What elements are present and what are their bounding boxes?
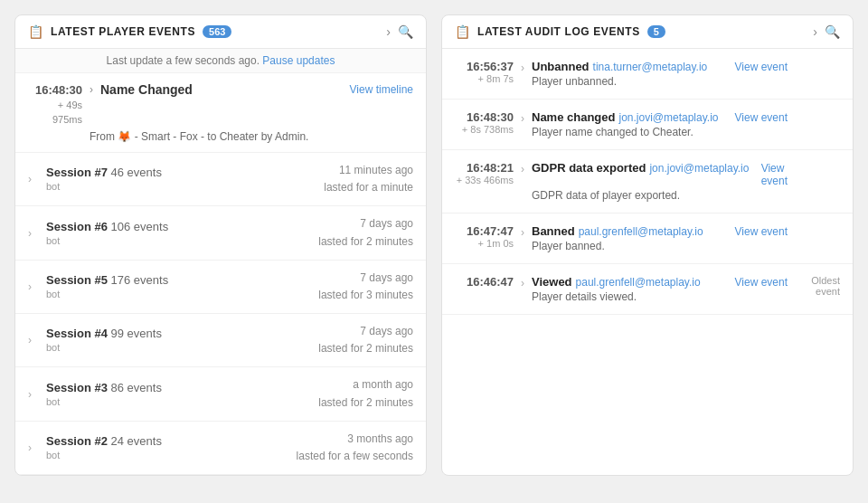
right-panel-header: 📋 LATEST AUDIT LOG EVENTS 5 › 🔍 — [442, 15, 853, 49]
left-panel-header: 📋 LATEST PLAYER EVENTS 563 › 🔍 — [15, 15, 426, 49]
audit-email-4[interactable]: paul.grenfell@metaplay.io — [576, 276, 701, 289]
audit-row: 16:56:37 + 8m 7s › Unbanned tina.turner@… — [442, 49, 853, 100]
main-event-row: 16:48:30 + 49s 975ms › Name Changed View… — [15, 73, 426, 130]
session-info-1: Session #6 106 events bot — [46, 220, 311, 247]
audit-time-4: 16:46:47 — [455, 275, 514, 289]
session-row[interactable]: › Session #5 176 events bot 7 days ago l… — [15, 261, 426, 314]
right-panel-header-right: › 🔍 — [813, 24, 840, 39]
audit-chevron-4: › — [521, 277, 524, 289]
audit-email-2[interactable]: jon.jovi@metaplay.io — [649, 162, 749, 175]
left-panel-header-right: › 🔍 — [386, 24, 413, 39]
audit-desc-4: Player details viewed. — [532, 290, 788, 303]
audit-view-link-4[interactable]: View event — [735, 276, 788, 289]
session-time-2: 7 days ago lasted for 3 minutes — [318, 270, 413, 304]
audit-desc-2: GDPR data of player exported. — [532, 189, 788, 202]
audit-view-link-2[interactable]: Viewevent — [761, 162, 788, 187]
audit-email-3[interactable]: paul.grenfell@metaplay.io — [579, 225, 703, 238]
main-event-name: Name Changed — [100, 82, 193, 97]
session-chevron-2: › — [28, 280, 39, 293]
audit-title-row-1: Name changed jon.jovi@metaplay.io View e… — [532, 110, 788, 124]
audit-desc-1: Player name changed to Cheater. — [532, 126, 788, 138]
session-time-0: 11 minutes ago lasted for a minute — [324, 162, 413, 196]
session-name-0: Session #7 46 events — [46, 166, 162, 179]
audit-title-left-1: Name changed jon.jovi@metaplay.io — [532, 110, 719, 124]
audit-email-1[interactable]: jon.jovi@metaplay.io — [618, 111, 718, 124]
session-row[interactable]: › Session #2 24 events bot 3 months ago … — [15, 422, 426, 475]
audit-expand-icon[interactable]: › — [813, 24, 817, 39]
pause-updates-link[interactable]: Pause updates — [262, 54, 335, 67]
session-time-1: 7 days ago lasted for 2 minutes — [318, 215, 413, 250]
audit-event-type-0: Unbanned — [532, 60, 590, 73]
session-row[interactable]: › Session #7 46 events bot 11 minutes ag… — [15, 153, 426, 206]
audit-title-left-2: GDPR data exported jon.jovi@metaplay.io — [532, 161, 749, 175]
session-sub-2: bot — [46, 289, 60, 299]
main-event-offset1: + 49s — [28, 99, 82, 112]
update-text: Last update a few seconds ago. — [107, 54, 259, 67]
audit-event-type-1: Name changed — [532, 110, 615, 124]
left-panel: 📋 LATEST PLAYER EVENTS 563 › 🔍 Last upda… — [14, 14, 427, 476]
audit-clipboard-icon: 📋 — [455, 24, 470, 39]
expand-icon[interactable]: › — [386, 24, 391, 39]
audit-time-1: 16:48:30 + 8s 738ms — [455, 110, 514, 135]
audit-row: 16:46:47 › Viewed paul.grenfell@metaplay… — [442, 264, 853, 315]
session-name-1: Session #6 106 events — [46, 220, 168, 233]
audit-event-type-2: GDPR data exported — [532, 161, 646, 175]
session-row[interactable]: › Session #6 106 events bot 7 days ago l… — [15, 206, 426, 260]
session-time-4: a month ago lasted for 2 minutes — [318, 376, 413, 411]
audit-view-link-3[interactable]: View event — [735, 225, 788, 238]
audit-view-link-1[interactable]: View event — [735, 111, 788, 124]
audit-content-0: Unbanned tina.turner@metaplay.io View ev… — [532, 60, 788, 88]
session-time-5: 3 months ago lasted for a few seconds — [297, 431, 413, 465]
clipboard-icon: 📋 — [28, 24, 43, 39]
session-info-4: Session #3 86 events bot — [46, 381, 311, 408]
session-chevron-3: › — [28, 334, 39, 346]
audit-list: 16:56:37 + 8m 7s › Unbanned tina.turner@… — [442, 49, 853, 315]
view-timeline-link[interactable]: View timeline — [350, 83, 413, 96]
audit-title-left-3: Banned paul.grenfell@metaplay.io — [532, 224, 703, 238]
audit-row: 16:47:47 + 1m 0s › Banned paul.grenfell@… — [442, 214, 853, 264]
session-sub-3: bot — [46, 342, 60, 353]
left-panel-scroll: 16:48:30 + 49s 975ms › Name Changed View… — [15, 73, 426, 475]
oldest-label: Oldestevent — [795, 275, 840, 297]
session-sub-4: bot — [46, 396, 60, 407]
right-panel-header-left: 📋 LATEST AUDIT LOG EVENTS 5 — [455, 24, 665, 39]
right-panel-badge: 5 — [647, 25, 665, 38]
audit-content-3: Banned paul.grenfell@metaplay.io View ev… — [532, 224, 788, 252]
session-info-2: Session #5 176 events bot — [46, 273, 311, 300]
session-name-2: Session #5 176 events — [46, 273, 168, 287]
right-panel-title: LATEST AUDIT LOG EVENTS — [477, 25, 640, 38]
audit-search-icon[interactable]: 🔍 — [825, 24, 840, 39]
search-icon[interactable]: 🔍 — [398, 24, 413, 39]
update-bar: Last update a few seconds ago. Pause upd… — [15, 49, 426, 73]
main-event-time-block: 16:48:30 + 49s 975ms — [28, 82, 82, 127]
main-event-content: Name Changed View timeline — [100, 82, 413, 97]
session-time-3: 7 days ago lasted for 2 minutes — [318, 323, 413, 357]
session-info-3: Session #4 99 events bot — [46, 327, 311, 354]
session-name-4: Session #3 86 events — [46, 381, 162, 394]
audit-title-row-4: Viewed paul.grenfell@metaplay.io View ev… — [532, 275, 788, 289]
audit-view-link-0[interactable]: View event — [735, 61, 788, 73]
main-event-time: 16:48:30 — [28, 82, 82, 99]
audit-content-2: GDPR data exported jon.jovi@metaplay.io … — [532, 161, 788, 202]
audit-content-4: Viewed paul.grenfell@metaplay.io View ev… — [532, 275, 788, 303]
session-chevron-4: › — [28, 388, 39, 401]
left-panel-title: LATEST PLAYER EVENTS — [51, 25, 195, 38]
session-row[interactable]: › Session #3 86 events bot a month ago l… — [15, 367, 426, 421]
audit-row: 16:48:21 + 33s 466ms › GDPR data exporte… — [442, 150, 853, 214]
session-chevron-0: › — [28, 173, 39, 185]
audit-email-0[interactable]: tina.turner@metaplay.io — [593, 61, 708, 73]
right-panel: 📋 LATEST AUDIT LOG EVENTS 5 › 🔍 16:56:37… — [441, 14, 854, 476]
session-info-5: Session #2 24 events bot — [46, 434, 289, 461]
audit-time-2: 16:48:21 + 33s 466ms — [455, 161, 514, 185]
main-event-chevron: › — [90, 83, 93, 96]
audit-event-type-4: Viewed — [532, 275, 572, 289]
audit-title-left-0: Unbanned tina.turner@metaplay.io — [532, 60, 707, 73]
left-panel-badge: 563 — [203, 25, 231, 38]
session-name-5: Session #2 24 events — [46, 434, 162, 448]
session-row[interactable]: › Session #4 99 events bot 7 days ago la… — [15, 314, 426, 367]
audit-content-1: Name changed jon.jovi@metaplay.io View e… — [532, 110, 788, 138]
audit-event-type-3: Banned — [532, 224, 575, 238]
main-event: 16:48:30 + 49s 975ms › Name Changed View… — [15, 73, 426, 153]
session-chevron-1: › — [28, 227, 39, 240]
audit-row: 16:48:30 + 8s 738ms › Name changed jon.j… — [442, 100, 853, 150]
